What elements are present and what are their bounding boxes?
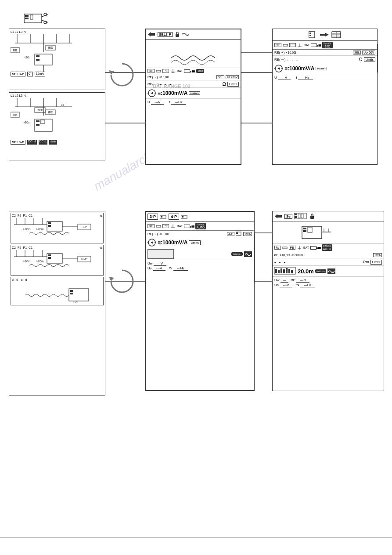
se-device-icon bbox=[294, 213, 307, 219]
svg-rect-126 bbox=[295, 214, 297, 215]
svg-text:>20m: >20m bbox=[23, 228, 31, 231]
measurements-top: U ---V f ---Hz bbox=[146, 99, 241, 105]
svg-text:3-P: 3-P bbox=[82, 225, 87, 229]
left-panel-bottom: C2P2P1C1🔌 >20m >20m 3-P bbox=[9, 211, 105, 395]
current-source-icon-r bbox=[274, 65, 283, 73]
re-indicator: RE bbox=[147, 69, 155, 73]
signal-bars: ▮▮▮ bbox=[192, 69, 194, 73]
svg-text:>20m: >20m bbox=[23, 121, 31, 124]
svg-marker-56 bbox=[109, 70, 114, 75]
svg-rect-76 bbox=[283, 44, 288, 46]
pe-indicator: PE bbox=[162, 69, 169, 73]
bottom-line bbox=[0, 537, 392, 537]
svg-rect-134 bbox=[308, 227, 312, 232]
ul-box: UL<50V bbox=[226, 75, 239, 79]
svg-rect-138 bbox=[283, 247, 287, 249]
svg-rect-34 bbox=[36, 55, 40, 57]
device-sketch-top bbox=[167, 43, 219, 65]
bat-br: BAT bbox=[303, 246, 309, 249]
mains-badge-top: mains~ bbox=[189, 91, 200, 95]
limits-br: Limits bbox=[370, 260, 382, 265]
bat-range-label: BAT RANGE 102 bbox=[153, 83, 191, 89]
dc-l-label: DC-L bbox=[39, 140, 47, 145]
svg-text:IRE: IRE bbox=[48, 111, 54, 114]
re-row2-label-r: RE(→) bbox=[274, 57, 285, 62]
limits-badge-right: Limits bbox=[364, 57, 375, 62]
svg-rect-57 bbox=[176, 34, 179, 37]
svg-text:RB: RB bbox=[13, 113, 17, 116]
ap-box: A-P bbox=[227, 232, 234, 236]
range-badge-br: RANGE AUTO bbox=[322, 244, 332, 251]
battery-icon-br bbox=[310, 246, 316, 250]
3p-icon bbox=[160, 214, 167, 219]
signal-bars-br: ▮▮▮ bbox=[318, 246, 320, 249]
main-reading-right: ≡:1000mV/A bbox=[284, 65, 314, 72]
limits-bc: Limits bbox=[189, 240, 200, 245]
left-panel-upper: L1 L2 L3 N RB IRE >20m bbox=[9, 29, 105, 90]
return-arrow-icon-br bbox=[275, 213, 283, 219]
wire-n: N bbox=[23, 30, 25, 33]
right-panel-top: RE PE BAT ▮▮▮ RANGE 10Ω RE(→) <10,0Ω SEL… bbox=[272, 29, 378, 165]
svg-rect-133 bbox=[303, 230, 306, 232]
svg-rect-142 bbox=[275, 269, 277, 273]
circular-arrow-bottom bbox=[109, 268, 135, 294]
pe-ind-br: PE bbox=[289, 246, 295, 250]
measurements-br: Uw --- RE ---Ω Us ---V fN ---Hz bbox=[273, 277, 384, 288]
svg-text:>20m: >20m bbox=[24, 56, 32, 59]
range-badge-top: 10Ω bbox=[196, 69, 204, 73]
battery-icon bbox=[184, 69, 190, 73]
svg-text:L3: L3 bbox=[61, 104, 64, 106]
meter-display-br bbox=[274, 267, 296, 275]
waveform-icon bbox=[182, 32, 189, 36]
current-label: 15mA bbox=[35, 72, 45, 76]
wave-icon-br bbox=[327, 268, 335, 274]
measurements-bc: Uw ---V Us ---V fN ---Hz bbox=[146, 260, 254, 272]
device-icon-top bbox=[24, 12, 48, 25]
svg-rect-130 bbox=[310, 216, 314, 219]
sel-label-center-top: SEL3-P bbox=[158, 32, 173, 37]
main-display-top: SEL3-P RE PE BAT ▮▮▮ 10Ω bbox=[145, 29, 241, 165]
battery-icon-r bbox=[311, 44, 317, 47]
svg-rect-116 bbox=[182, 216, 183, 218]
bat-label: BAT bbox=[177, 69, 183, 73]
4p-icon bbox=[181, 214, 188, 219]
re-row1-label: RE(→) bbox=[147, 75, 158, 79]
limit1-br: >10,0Ω bbox=[280, 254, 290, 257]
battery-icon-bc bbox=[184, 225, 190, 228]
mains-badge-right: mains~ bbox=[316, 67, 327, 70]
dc-h-label: DC-H bbox=[27, 140, 37, 145]
3p-label: 3-P bbox=[147, 214, 158, 220]
svg-rect-127 bbox=[295, 216, 297, 218]
svg-rect-146 bbox=[286, 268, 288, 273]
omega-unit: Ω bbox=[222, 81, 226, 87]
svg-rect-103 bbox=[48, 254, 51, 256]
current-source-icon bbox=[147, 89, 156, 97]
pe-indicator-r: PE bbox=[289, 43, 296, 47]
8e-label: 8E bbox=[274, 253, 278, 257]
range-badge-bc: RANGE AUTO bbox=[195, 223, 206, 229]
wave-icon-bc bbox=[244, 251, 252, 257]
sel-label-upper: SEL3-P bbox=[11, 72, 25, 76]
display-box-bc bbox=[147, 249, 174, 259]
svg-rect-129 bbox=[301, 214, 303, 218]
svg-rect-104 bbox=[48, 257, 51, 259]
svg-text:RCD: RCD bbox=[36, 109, 43, 112]
svg-rect-54 bbox=[40, 120, 45, 123]
svg-rect-67 bbox=[309, 35, 311, 36]
rc-ind-br: Rc bbox=[274, 246, 281, 250]
reading-val-bc: 1V/A bbox=[243, 232, 252, 236]
sel-box-r: SEL bbox=[353, 51, 361, 54]
dashes-display-r: - - - bbox=[287, 57, 357, 62]
re-limit-bc: <10,0Ω bbox=[159, 232, 169, 236]
re-ind-bc: RE bbox=[147, 224, 155, 228]
omega-unit-r: Ω bbox=[359, 57, 362, 62]
svg-rect-58 bbox=[156, 70, 161, 72]
book-icon bbox=[331, 31, 341, 38]
wire-l2: L2 bbox=[15, 30, 18, 33]
svg-text:>20m: >20m bbox=[36, 260, 44, 263]
svg-rect-148 bbox=[291, 270, 293, 273]
angle-label: 0° bbox=[27, 72, 33, 76]
range-badge-right: RANGE 10Ω bbox=[322, 42, 333, 48]
circular-arrow-top bbox=[109, 62, 135, 88]
right-panel-device-icon bbox=[309, 31, 317, 39]
